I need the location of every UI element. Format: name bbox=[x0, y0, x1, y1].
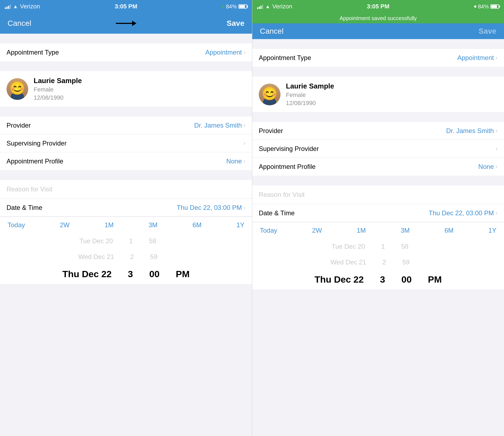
cal-hour-r1: 1 bbox=[381, 242, 385, 251]
cal-date-r1: Tue Dec 20 bbox=[331, 242, 365, 251]
shortcut-6m-right[interactable]: 6M bbox=[445, 227, 454, 234]
time-label: 3:05 PM bbox=[115, 3, 137, 10]
supervising-provider-chevron-right: › bbox=[496, 145, 497, 152]
calendar-row-r2: Wed Dec 21 2 59 bbox=[252, 254, 504, 270]
shortcut-1y[interactable]: 1Y bbox=[237, 221, 244, 229]
provider-chevron: › bbox=[244, 122, 245, 129]
appointment-profile-row[interactable]: Appointment Profile None › bbox=[0, 152, 252, 170]
battery-dot-icon-right bbox=[474, 5, 476, 8]
battery-icon-right bbox=[490, 4, 499, 9]
date-time-row-right[interactable]: Date & Time Thu Dec 22, 03:00 PM › bbox=[252, 204, 504, 222]
status-bar-right-info: 84% bbox=[222, 4, 247, 10]
supervising-provider-label-right: Supervising Provider bbox=[259, 145, 319, 153]
date-shortcuts-right: Today 2W 1M 3M 6M 1Y bbox=[252, 222, 504, 239]
save-button-right[interactable]: Save bbox=[479, 27, 496, 36]
left-content: Appointment Type Appointment › Laurie Sa… bbox=[0, 34, 252, 436]
patient-row[interactable]: Laurie Sample Female 12/08/1990 bbox=[0, 71, 252, 107]
arrow-line bbox=[116, 23, 132, 24]
patient-row-right[interactable]: Laurie Sample Female 12/08/1990 bbox=[252, 77, 504, 112]
cal-hour-r2: 2 bbox=[382, 258, 386, 267]
status-bar-right: ▲ Verizon 3:05 PM 84% bbox=[252, 0, 504, 13]
date-time-label: Date & Time bbox=[7, 204, 42, 211]
cal-period-3: PM bbox=[176, 268, 190, 281]
calendar-section: Tue Dec 20 1 58 Wed Dec 21 2 59 Thu Dec … bbox=[0, 233, 252, 284]
avatar-face-right bbox=[259, 84, 280, 105]
appointment-profile-row-right[interactable]: Appointment Profile None › bbox=[252, 158, 504, 176]
supervising-provider-row-right[interactable]: Supervising Provider › bbox=[252, 140, 504, 158]
gap-3 bbox=[0, 107, 252, 116]
cal-min-r1: 58 bbox=[401, 242, 409, 251]
date-time-row[interactable]: Date & Time Thu Dec 22, 03:00 PM › bbox=[0, 199, 252, 217]
shortcut-3m-right[interactable]: 3M bbox=[401, 227, 410, 234]
provider-row-right[interactable]: Provider Dr. James Smith › bbox=[252, 122, 504, 140]
patient-dob-right: 12/08/1990 bbox=[286, 100, 334, 107]
shortcut-today-right[interactable]: Today bbox=[260, 227, 277, 234]
carrier-label-right: Verizon bbox=[272, 3, 292, 10]
date-time-right-right: Thu Dec 22, 03:00 PM › bbox=[429, 209, 497, 217]
appointment-type-right-right: Appointment › bbox=[457, 54, 497, 62]
cal-hour-2: 2 bbox=[130, 252, 134, 261]
signal-icon-right bbox=[257, 4, 263, 9]
date-time-value-right: Thu Dec 22, 03:00 PM bbox=[429, 209, 494, 217]
cal-date-r3: Thu Dec 22 bbox=[314, 273, 363, 286]
patient-section-right: Laurie Sample Female 12/08/1990 bbox=[252, 77, 504, 112]
provider-section-right: Provider Dr. James Smith › Supervising P… bbox=[252, 122, 504, 176]
shortcut-1m[interactable]: 1M bbox=[104, 221, 113, 229]
appointment-profile-right-right: None › bbox=[478, 163, 497, 170]
shortcut-3m[interactable]: 3M bbox=[149, 221, 158, 229]
status-bar-right-left-info: ▲ Verizon bbox=[257, 3, 292, 10]
save-button[interactable]: Save bbox=[227, 19, 244, 28]
shortcut-2w[interactable]: 2W bbox=[60, 221, 70, 229]
cancel-button[interactable]: Cancel bbox=[8, 19, 31, 28]
nav-buttons-right: Cancel Save bbox=[252, 23, 504, 39]
appointment-type-value-right: Appointment bbox=[457, 54, 494, 62]
appointment-profile-label: Appointment Profile bbox=[7, 157, 63, 165]
battery-icon bbox=[238, 4, 247, 9]
appointment-type-row[interactable]: Appointment Type Appointment › bbox=[0, 43, 252, 61]
appointment-type-chevron-right: › bbox=[496, 54, 497, 61]
toast-text: Appointment saved successfully bbox=[340, 15, 417, 21]
reason-row-right[interactable]: Reason for Visit bbox=[252, 185, 504, 204]
supervising-provider-row[interactable]: Supervising Provider › bbox=[0, 134, 252, 152]
shortcut-6m[interactable]: 6M bbox=[193, 221, 202, 229]
date-shortcuts: Today 2W 1M 3M 6M 1Y bbox=[0, 217, 252, 233]
appointment-profile-value: None bbox=[226, 157, 242, 165]
appointment-profile-label-right: Appointment Profile bbox=[259, 163, 315, 170]
time-label-right: 3:05 PM bbox=[367, 3, 389, 10]
appointment-profile-value-right: None bbox=[478, 163, 494, 170]
appointment-type-row-right[interactable]: Appointment Type Appointment › bbox=[252, 49, 504, 67]
provider-label: Provider bbox=[7, 122, 31, 129]
shortcut-1y-right[interactable]: 1Y bbox=[489, 227, 496, 234]
patient-name-right: Laurie Sample bbox=[286, 82, 334, 90]
appointment-profile-chevron-right: › bbox=[496, 163, 497, 170]
cal-hour-3: 3 bbox=[128, 268, 133, 281]
avatar-right bbox=[259, 84, 280, 105]
shortcut-today[interactable]: Today bbox=[8, 221, 25, 229]
calendar-row-r1: Tue Dec 20 1 58 bbox=[252, 239, 504, 254]
right-screen: ▲ Verizon 3:05 PM 84% Appointment saved … bbox=[252, 0, 504, 436]
patient-info: Laurie Sample Female 12/08/1990 bbox=[34, 77, 82, 101]
reason-row[interactable]: Reason for Visit bbox=[0, 180, 252, 199]
patient-gender: Female bbox=[34, 86, 82, 93]
battery-label: 84% bbox=[226, 4, 237, 10]
wifi-icon: ▲ bbox=[13, 4, 18, 10]
shortcut-2w-right[interactable]: 2W bbox=[312, 227, 322, 234]
appointment-profile-right: None › bbox=[226, 157, 245, 165]
battery-dot-icon bbox=[222, 5, 224, 8]
shortcut-1m-right[interactable]: 1M bbox=[357, 227, 366, 234]
signal-icon bbox=[5, 4, 11, 9]
nav-bar-right: Appointment saved successfully Cancel Sa… bbox=[252, 13, 504, 39]
appointment-profile-chevron: › bbox=[244, 158, 245, 165]
calendar-section-right: Tue Dec 20 1 58 Wed Dec 21 2 59 Thu Dec … bbox=[252, 239, 504, 289]
gap-2 bbox=[0, 61, 252, 71]
cancel-button-right[interactable]: Cancel bbox=[260, 27, 283, 36]
date-time-chevron: › bbox=[244, 204, 245, 211]
appointment-type-value: Appointment bbox=[205, 49, 242, 56]
cal-min-2: 59 bbox=[150, 252, 158, 261]
reason-date-section-right: Reason for Visit Date & Time Thu Dec 22,… bbox=[252, 185, 504, 239]
nav-bar-left: Cancel Save bbox=[0, 13, 252, 34]
provider-row[interactable]: Provider Dr. James Smith › bbox=[0, 116, 252, 134]
status-bar-right-right-info: 84% bbox=[474, 4, 499, 10]
gap-r1 bbox=[252, 39, 504, 49]
patient-section: Laurie Sample Female 12/08/1990 bbox=[0, 71, 252, 107]
